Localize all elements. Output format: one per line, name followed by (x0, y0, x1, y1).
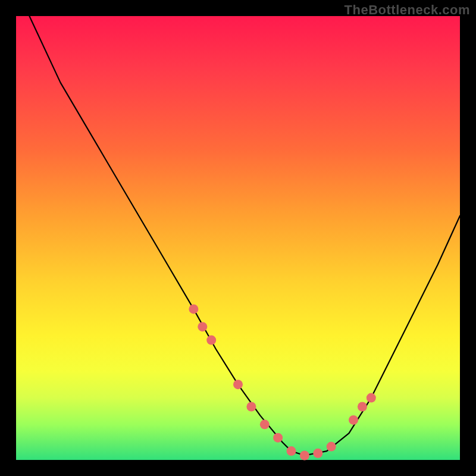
plot-area (16, 16, 460, 460)
highlight-point (327, 442, 336, 452)
bottleneck-curve (29, 16, 460, 456)
highlight-point (206, 336, 216, 345)
chart-svg (16, 16, 460, 460)
chart-frame: TheBottleneck.com (0, 0, 476, 476)
highlight-point (313, 449, 322, 458)
highlight-point (367, 393, 376, 403)
highlight-point (198, 322, 207, 331)
watermark-label: TheBottleneck.com (345, 2, 470, 18)
highlight-point (233, 380, 243, 389)
highlight-point (273, 433, 283, 443)
highlight-point (349, 415, 358, 425)
highlight-point (287, 446, 296, 456)
highlight-point (300, 451, 309, 461)
highlight-point (246, 402, 256, 412)
highlight-point (260, 419, 270, 429)
highlight-point (189, 304, 198, 314)
highlight-point (358, 402, 367, 412)
highlight-markers (189, 304, 375, 460)
